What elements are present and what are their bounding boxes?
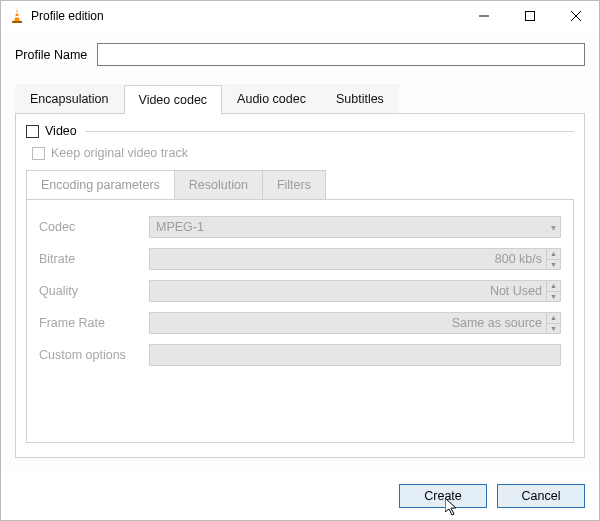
footer: Create Cancel — [1, 472, 599, 520]
video-group-label: Video — [45, 124, 77, 138]
close-button[interactable] — [553, 1, 599, 31]
row-frame-rate: Frame Rate Same as source ▲▼ — [39, 312, 561, 334]
bitrate-value: 800 kb/s — [495, 252, 542, 266]
create-button-label: Create — [424, 489, 462, 503]
profile-name-label: Profile Name — [15, 48, 87, 62]
divider — [85, 131, 574, 132]
svg-rect-1 — [15, 12, 19, 14]
window-controls — [461, 1, 599, 31]
sub-tab-encoding[interactable]: Encoding parameters — [26, 170, 175, 199]
svg-line-6 — [571, 11, 581, 21]
keep-original-label: Keep original video track — [51, 146, 188, 160]
row-codec: Codec MPEG-1 — [39, 216, 561, 238]
sub-tab-filters[interactable]: Filters — [262, 170, 326, 199]
tab-encapsulation[interactable]: Encapsulation — [15, 84, 124, 113]
svg-marker-0 — [14, 9, 20, 22]
maximize-button[interactable] — [507, 1, 553, 31]
cancel-button-label: Cancel — [522, 489, 561, 503]
profile-name-input[interactable] — [97, 43, 585, 66]
frame-rate-label: Frame Rate — [39, 316, 149, 330]
frame-rate-spinbox[interactable]: Same as source ▲▼ — [149, 312, 561, 334]
quality-spinner[interactable]: ▲▼ — [546, 281, 560, 301]
vlc-cone-icon — [9, 8, 25, 24]
dialog-body: Profile Name Encapsulation Video codec A… — [1, 31, 599, 472]
tab-video-codec-body: Video Keep original video track Encoding… — [15, 114, 585, 458]
video-group-header: Video — [26, 124, 574, 138]
tab-video-codec[interactable]: Video codec — [124, 85, 223, 114]
custom-options-label: Custom options — [39, 348, 149, 362]
svg-rect-5 — [526, 12, 535, 21]
row-custom-options: Custom options — [39, 344, 561, 366]
sub-tabs: Encoding parameters Resolution Filters — [26, 170, 574, 200]
quality-spinbox[interactable]: Not Used ▲▼ — [149, 280, 561, 302]
custom-options-input[interactable] — [149, 344, 561, 366]
bitrate-label: Bitrate — [39, 252, 149, 266]
sub-tab-resolution[interactable]: Resolution — [174, 170, 263, 199]
codec-label: Codec — [39, 220, 149, 234]
quality-value: Not Used — [490, 284, 542, 298]
top-tabs: Encapsulation Video codec Audio codec Su… — [15, 84, 585, 114]
keep-original-checkbox[interactable] — [32, 147, 45, 160]
bitrate-spinner[interactable]: ▲▼ — [546, 249, 560, 269]
window-title: Profile edition — [31, 9, 461, 23]
profile-name-row: Profile Name — [15, 43, 585, 66]
codec-value: MPEG-1 — [156, 220, 204, 234]
video-checkbox[interactable] — [26, 125, 39, 138]
create-button[interactable]: Create — [399, 484, 487, 508]
quality-label: Quality — [39, 284, 149, 298]
row-bitrate: Bitrate 800 kb/s ▲▼ — [39, 248, 561, 270]
keep-original-row: Keep original video track — [32, 146, 574, 160]
svg-rect-3 — [12, 21, 22, 23]
encoding-panel: Codec MPEG-1 Bitrate 800 kb/s ▲▼ Quality — [26, 200, 574, 443]
svg-rect-2 — [14, 16, 19, 18]
cancel-button[interactable]: Cancel — [497, 484, 585, 508]
tab-subtitles[interactable]: Subtitles — [321, 84, 399, 113]
frame-rate-value: Same as source — [452, 316, 542, 330]
tab-audio-codec[interactable]: Audio codec — [222, 84, 321, 113]
bitrate-spinbox[interactable]: 800 kb/s ▲▼ — [149, 248, 561, 270]
profile-edition-window: Profile edition Profile Name Encapsulati… — [0, 0, 600, 521]
titlebar: Profile edition — [1, 1, 599, 31]
frame-rate-spinner[interactable]: ▲▼ — [546, 313, 560, 333]
row-quality: Quality Not Used ▲▼ — [39, 280, 561, 302]
minimize-button[interactable] — [461, 1, 507, 31]
codec-select[interactable]: MPEG-1 — [149, 216, 561, 238]
svg-line-7 — [571, 11, 581, 21]
